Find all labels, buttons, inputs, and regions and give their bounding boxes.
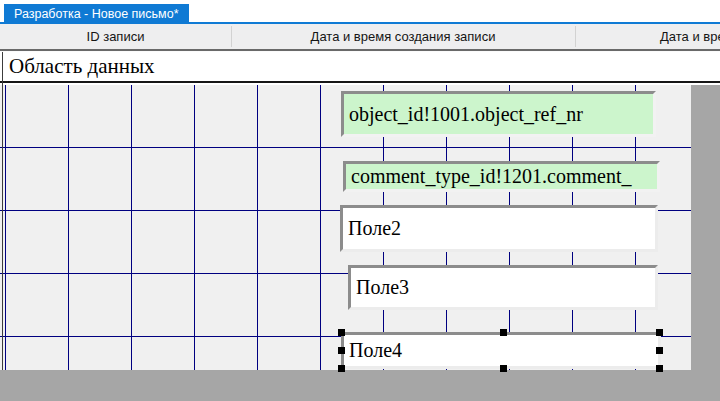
dataset-header-row: ID записи Дата и время создания записи Д… — [0, 24, 720, 49]
column-header-created[interactable]: Дата и время создания записи — [231, 24, 575, 49]
column-header-modified[interactable]: Дата и вре — [575, 24, 720, 49]
selection-handle-top-left[interactable] — [338, 329, 345, 336]
selection-handle-bottom-middle[interactable] — [500, 365, 507, 372]
field-object-ref-nr[interactable]: object_id!1001.object_ref_nr — [341, 91, 656, 137]
selection-handle-middle-left[interactable] — [338, 347, 345, 354]
outside-page-right — [691, 85, 720, 370]
page-left-border — [2, 52, 3, 370]
field-pole3[interactable]: Поле3 — [348, 265, 658, 310]
selection-handle-bottom-left[interactable] — [338, 365, 345, 372]
field-pole4-selected[interactable]: Поле4 — [341, 332, 661, 369]
selection-handle-top-right[interactable] — [656, 329, 663, 336]
selection-handle-top-middle[interactable] — [500, 329, 507, 336]
band-title: Область данных — [9, 54, 155, 79]
tab-designer[interactable]: Разработка - Новое письмо* — [4, 4, 189, 23]
selection-handle-middle-right[interactable] — [656, 347, 663, 354]
band-header-data-area[interactable]: Область данных — [0, 52, 720, 83]
field-pole2[interactable]: Поле2 — [340, 205, 658, 252]
tab-title: Разработка - Новое письмо* — [14, 7, 179, 21]
outside-page-bottom — [0, 370, 720, 401]
column-header-record-id[interactable]: ID записи — [0, 24, 231, 49]
selection-handle-bottom-right[interactable] — [656, 365, 663, 372]
field-comment-type[interactable]: comment_type_id!1201.comment_ — [343, 161, 660, 192]
tab-strip: Разработка - Новое письмо* — [0, 0, 720, 24]
